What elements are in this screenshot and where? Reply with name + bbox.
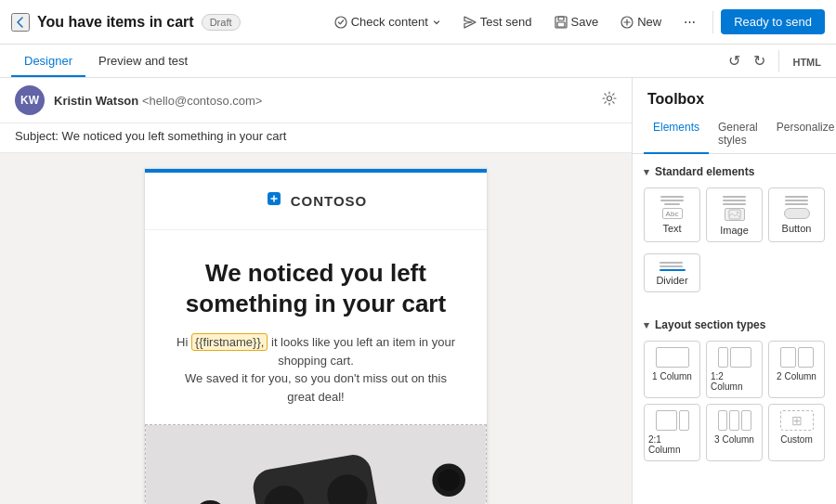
svg-point-5 (607, 97, 612, 101)
email-content: We noticed you left something in your ca… (145, 230, 487, 424)
email-meta: KW Kristin Watson <hello@contoso.com> (0, 78, 632, 123)
subject-prefix: Subject: (15, 129, 59, 143)
avatar: KW (15, 85, 45, 115)
separator (778, 50, 779, 72)
earbuds-visual (146, 425, 486, 504)
toolbox-tab-general[interactable]: General styles (709, 115, 767, 154)
sender-email: <hello@contoso.com> (142, 94, 263, 108)
layout-12col-icon (718, 347, 751, 368)
email-body-text: Hi {{firstname}}, it looks like you left… (173, 333, 459, 406)
standard-elements-label: Standard elements (655, 165, 754, 178)
image-element-icon (722, 196, 748, 221)
1col-label: 1 Column (652, 371, 692, 381)
layout-header[interactable]: ▾ Layout section types (644, 318, 825, 331)
sender-info: Kristin Watson <hello@contoso.com> (54, 94, 593, 108)
gear-button[interactable] (602, 91, 617, 110)
layout-1col-icon (656, 347, 689, 368)
sender-name: Kristin Watson (54, 94, 138, 108)
12col-label: 1:2 Column (711, 371, 758, 392)
chevron-icon: ▾ (644, 166, 649, 178)
image-label: Image (720, 225, 749, 236)
layout-3-column[interactable]: 3 Column (706, 404, 763, 461)
svg-rect-2 (558, 17, 564, 20)
svg-point-16 (438, 469, 460, 491)
main-layout: KW Kristin Watson <hello@contoso.com> Su… (0, 78, 836, 504)
layout-3col-icon (718, 410, 751, 431)
email-preview: CONTOSO We noticed you left something in… (0, 153, 632, 504)
save-button[interactable]: Save (545, 10, 608, 33)
body-part2: it looks like you left an item in your s… (268, 335, 455, 368)
toolbox-tab-elements[interactable]: Elements (644, 115, 709, 154)
3col-label: 3 Column (714, 434, 754, 445)
test-send-button[interactable]: Test send (454, 10, 542, 33)
tab-preview-and-test[interactable]: Preview and test (85, 46, 201, 77)
email-body[interactable]: CONTOSO We noticed you left something in… (144, 168, 488, 504)
ready-to-send-button[interactable]: Ready to send (721, 9, 825, 34)
email-logo-bar: CONTOSO (145, 173, 487, 230)
subnav-right: ↺ ↻ HTML (725, 48, 825, 73)
text-label: Text (662, 223, 681, 234)
layout-2-1-column[interactable]: 2:1 Column (644, 404, 700, 461)
firstname-tag: {{firstname}}, (191, 333, 268, 351)
subnav: Designer Preview and test ↺ ↻ HTML (0, 45, 836, 78)
email-headline: We noticed you left something in your ca… (173, 258, 459, 318)
new-label: New (637, 15, 661, 29)
topbar: You have items in cart Draft Check conte… (0, 0, 836, 45)
email-image-section[interactable] (145, 424, 487, 504)
back-button[interactable] (11, 13, 30, 32)
divider-label: Divider (656, 275, 687, 286)
tab-designer[interactable]: Designer (11, 46, 85, 77)
element-divider[interactable]: Divider (644, 253, 700, 292)
toolbox-tabs: Elements General styles Personalize (633, 115, 836, 154)
2col-label: 2 Column (777, 371, 816, 381)
divider-element-icon (660, 262, 686, 271)
standard-elements-section: ▾ Standard elements Abc Text (633, 154, 836, 307)
separator (712, 11, 713, 33)
more-button[interactable]: ⋯ (674, 10, 705, 33)
21col-label: 2:1 Column (648, 434, 696, 455)
toolbox-title: Toolbox (633, 78, 836, 115)
check-content-label: Check content (351, 15, 428, 29)
text-element-icon: Abc (660, 196, 686, 219)
layout-section-types: ▾ Layout section types 1 Column (633, 307, 836, 472)
redo-button[interactable]: ↻ (750, 48, 769, 73)
standard-elements-header[interactable]: ▾ Standard elements (644, 165, 825, 178)
more-icon: ⋯ (684, 15, 696, 29)
layout-custom[interactable]: ⊞ Custom (768, 404, 825, 461)
layout-grid: 1 Column 1:2 Column 2 Column (644, 341, 825, 461)
topbar-left: You have items in cart Draft (11, 13, 318, 32)
undo-button[interactable]: ↺ (725, 48, 744, 73)
layout-2-column[interactable]: 2 Column (768, 341, 825, 398)
layout-1-column[interactable]: 1 Column (644, 341, 700, 398)
button-element-icon (784, 196, 810, 219)
elements-grid: Abc Text Image (644, 187, 825, 242)
draft-badge: Draft (202, 14, 241, 31)
button-label: Button (782, 223, 812, 234)
logo-text: CONTOSO (291, 193, 368, 209)
new-button[interactable]: New (611, 10, 671, 33)
save-label: Save (571, 15, 599, 29)
layout-1-2-column[interactable]: 1:2 Column (706, 341, 763, 398)
element-image[interactable]: Image (706, 187, 763, 242)
layout-label: Layout section types (655, 318, 765, 331)
logo-icon (265, 189, 283, 213)
custom-label: Custom (780, 434, 812, 445)
svg-point-0 (335, 17, 346, 28)
test-send-label: Test send (480, 15, 532, 29)
toolbox-tab-personalize[interactable]: Personalize (767, 115, 836, 154)
ready-to-send-label: Ready to send (734, 15, 812, 29)
divider-row: Divider (644, 253, 825, 292)
element-button[interactable]: Button (768, 187, 825, 242)
layout-custom-icon: ⊞ (780, 410, 814, 431)
html-button[interactable]: HTML (789, 49, 825, 73)
layout-21col-icon (656, 410, 689, 431)
subject-bar: Subject: We noticed you left something i… (0, 123, 632, 153)
element-text[interactable]: Abc Text (644, 187, 700, 242)
canvas-area: KW Kristin Watson <hello@contoso.com> Su… (0, 78, 632, 504)
email-subject: We noticed you left something in your ca… (62, 129, 287, 143)
svg-rect-3 (557, 22, 565, 27)
body-part3: We saved it for you, so you don't miss o… (185, 371, 447, 404)
check-content-button[interactable]: Check content (325, 10, 451, 33)
layout-2col-icon (780, 347, 814, 368)
svg-point-18 (737, 212, 738, 213)
